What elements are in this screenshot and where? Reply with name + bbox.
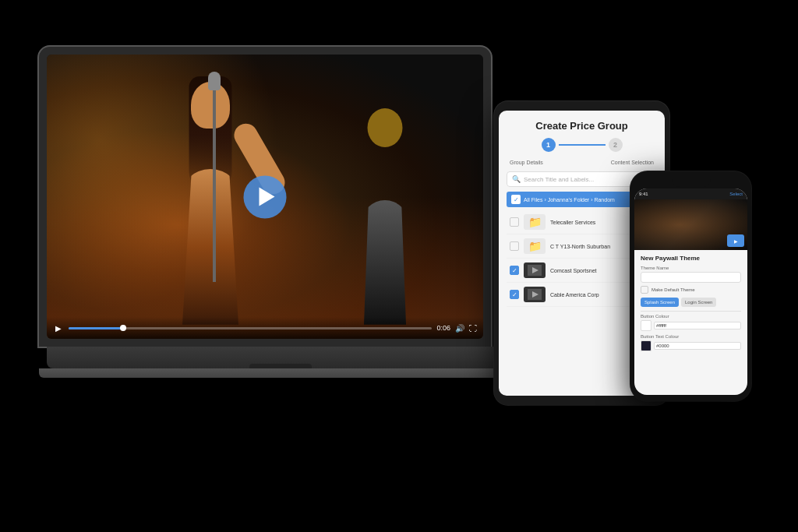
video-play-icon[interactable]: ▶ bbox=[53, 322, 64, 333]
folder-icon-0: 📁 bbox=[528, 216, 542, 229]
phone-screen: 9:41 Select ▶ New Paywall Theme Theme Na… bbox=[634, 188, 747, 395]
phone-button-colour-row: #ffffff bbox=[641, 320, 741, 331]
file-name-1: C T Y13-North Suburban bbox=[550, 244, 610, 249]
phone-default-checkbox[interactable] bbox=[641, 286, 648, 294]
play-button[interactable] bbox=[244, 175, 287, 218]
file-thumb-0: 📁 bbox=[524, 214, 546, 230]
mic-head bbox=[208, 72, 221, 90]
phone: 9:41 Select ▶ New Paywall Theme Theme Na… bbox=[630, 171, 751, 401]
laptop-screen-outer: ▶ 0:06 🔊 ⛶ bbox=[39, 47, 491, 347]
file-name-2: Comcast Sportsnet bbox=[550, 268, 597, 273]
file-thumb-1: 📁 bbox=[524, 238, 546, 254]
phone-default-theme-row: Make Default Theme bbox=[641, 286, 741, 294]
mic-stand bbox=[213, 83, 216, 283]
tablet-title: Create Price Group bbox=[507, 120, 657, 132]
phone-button-text-colour-row: #0000 bbox=[641, 340, 741, 351]
fullscreen-icon[interactable]: ⛶ bbox=[469, 324, 477, 333]
laptop-bottom bbox=[39, 368, 538, 378]
breadcrumb-checkbox[interactable] bbox=[511, 195, 521, 204]
step-labels: Group Details Content Selection bbox=[507, 160, 657, 165]
phone-status-time: 9:41 bbox=[639, 192, 648, 196]
phone-tab-splash[interactable]: Splash Screen bbox=[641, 298, 679, 307]
guitarist-body bbox=[362, 200, 408, 325]
phone-header: 9:41 Select bbox=[634, 188, 747, 199]
file-thumb-2 bbox=[524, 262, 546, 278]
laptop-screen: ▶ 0:06 🔊 ⛶ bbox=[47, 55, 483, 339]
phone-button-colour-swatch[interactable] bbox=[641, 320, 651, 331]
laptop: ▶ 0:06 🔊 ⛶ bbox=[39, 47, 522, 452]
progress-bar[interactable] bbox=[69, 327, 432, 329]
search-icon: 🔍 bbox=[512, 175, 521, 183]
progress-bar-fill bbox=[69, 327, 123, 329]
concert-background: ▶ 0:06 🔊 ⛶ bbox=[47, 55, 483, 339]
phone-play-icon: ▶ bbox=[734, 238, 738, 244]
file-checkbox-2[interactable] bbox=[510, 266, 519, 275]
laptop-notch bbox=[249, 364, 312, 368]
phone-notch bbox=[672, 178, 711, 187]
phone-section-title: New Paywall Theme bbox=[641, 255, 741, 262]
file-checkbox-0[interactable] bbox=[510, 217, 519, 227]
file-thumb-3 bbox=[524, 287, 546, 302]
search-placeholder: Search Title and Labels... bbox=[524, 176, 594, 183]
volume-icon[interactable]: 🔊 bbox=[455, 324, 464, 333]
play-triangle-icon bbox=[259, 188, 274, 206]
phone-button-colour-value[interactable]: #ffffff bbox=[654, 322, 741, 329]
guitarist-head bbox=[368, 108, 403, 147]
phone-button-colour-label: Button Colour bbox=[641, 314, 741, 319]
guitarist-figure bbox=[330, 97, 440, 325]
file-name-3: Cable America Corp bbox=[550, 292, 599, 298]
scene: ▶ 0:06 🔊 ⛶ Create Price bbox=[0, 0, 798, 532]
phone-body: New Paywall Theme Theme Name Make Defaul… bbox=[634, 250, 747, 395]
video-controls: ▶ 0:06 🔊 ⛶ bbox=[47, 317, 483, 339]
phone-tabs: Splash Screen Login Screen bbox=[641, 298, 741, 307]
phone-button-text-colour-value[interactable]: #0000 bbox=[654, 342, 741, 350]
phone-play-button[interactable]: ▶ bbox=[727, 234, 744, 247]
phone-tab-login[interactable]: Login Screen bbox=[681, 298, 716, 307]
progress-thumb bbox=[120, 325, 126, 331]
folder-icon-1: 📁 bbox=[528, 240, 542, 253]
laptop-base bbox=[47, 347, 514, 368]
step-1-circle: 1 bbox=[542, 138, 556, 152]
step-1-label: Group Details bbox=[510, 160, 543, 165]
phone-theme-name-label: Theme Name bbox=[641, 266, 741, 270]
singer-body bbox=[179, 169, 242, 325]
phone-default-label: Make Default Theme bbox=[651, 287, 695, 292]
tablet-stepper: 1 2 bbox=[507, 138, 657, 152]
phone-button-text-colour-swatch[interactable] bbox=[641, 340, 651, 351]
step-2-circle: 2 bbox=[609, 138, 623, 152]
phone-theme-name-input[interactable] bbox=[641, 272, 741, 283]
phone-select-button[interactable]: Select bbox=[729, 192, 743, 196]
breadcrumb-text: All Files › Johanna's Folder › Random bbox=[524, 197, 615, 203]
time-display: 0:06 bbox=[436, 324, 450, 332]
file-checkbox-3[interactable] bbox=[510, 290, 519, 299]
step-2-label: Content Selection bbox=[611, 160, 654, 165]
phone-video-thumb: ▶ bbox=[634, 199, 747, 250]
file-checkbox-1[interactable] bbox=[510, 241, 519, 251]
file-name-0: Telecaller Services bbox=[550, 220, 595, 225]
phone-divider bbox=[641, 311, 741, 312]
step-line bbox=[559, 144, 606, 146]
phone-button-text-colour-label: Button Text Colour bbox=[641, 334, 741, 339]
